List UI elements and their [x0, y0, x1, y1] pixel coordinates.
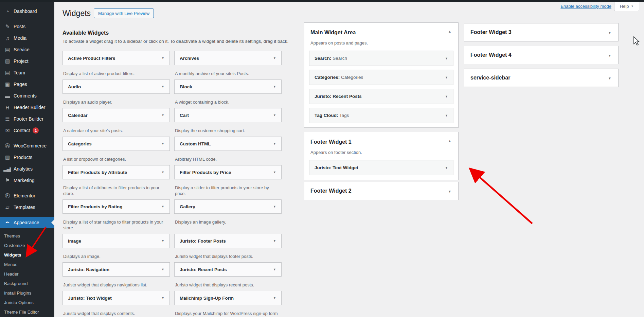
sidebar-panel-main-widget-area: Main Widget Area ▲ Appears on posts and … [304, 22, 459, 128]
sidebar-widget-row[interactable]: Juristo: Text Widget ▼ [309, 160, 453, 175]
sidebar-item-appearance[interactable]: ✒ Appearance [0, 217, 54, 228]
widget-title: Archives [180, 56, 199, 61]
sidebar-item-header-builder[interactable]: H Header Builder [0, 102, 54, 113]
notification-badge: 1 [33, 127, 39, 134]
sidebar-item-header[interactable]: Header [0, 269, 54, 279]
sidebar-item-themes[interactable]: Themes [0, 231, 54, 241]
widget-description: Arbitrary HTML code. [175, 156, 281, 162]
sidebar-item-install-plugins[interactable]: Install Plugins [0, 288, 54, 298]
sidebar-item-analytics[interactable]: ▂▄▆ Analytics [0, 163, 54, 175]
widget-description: A list or dropdown of categories. [63, 156, 169, 162]
sidebar-item-elementor[interactable]: Ⓔ Elementor [0, 190, 54, 201]
panel-title: Footer Widget 1 [310, 139, 452, 145]
chevron-down-icon: ▼ [273, 239, 276, 243]
panel-description: Appears on footer section. [310, 150, 452, 155]
widget-description: Displays an image gallery. [175, 219, 281, 225]
sidebar-item-footer-builder[interactable]: ☰ Footer Builder [0, 113, 54, 125]
sidebar-item-products[interactable]: ▥ Products [0, 152, 54, 163]
available-widget-card[interactable]: Archives ▼ [174, 51, 282, 65]
sidebar-item-templates[interactable]: ▱ Templates [0, 201, 54, 213]
chevron-down-icon: ▼ [273, 85, 276, 88]
chevron-down-icon: ▼ [161, 296, 164, 300]
available-widget-card[interactable]: Audio ▼ [62, 80, 170, 94]
available-widget-card[interactable]: Juristo: Text Widget ▼ [62, 291, 170, 305]
sidebar-item-widgets[interactable]: Widgets [0, 250, 54, 260]
chevron-down-icon[interactable]: ▼ [448, 190, 451, 193]
available-widget-card[interactable]: Filter Products by Attribute ▼ [62, 165, 170, 179]
sidebar-item-posts[interactable]: ✎ Posts [0, 21, 54, 32]
sidebar-item-team[interactable]: ▤ Team [0, 67, 54, 78]
available-widget-card[interactable]: Block ▼ [174, 80, 282, 94]
chevron-down-icon: ▼ [273, 296, 276, 300]
available-widget-cell: Active Product Filters ▼ Display a list … [62, 51, 170, 80]
sidebar-item-background[interactable]: Background [0, 279, 54, 288]
available-widget-cell: Filter Products by Price ▼ Display a sli… [174, 165, 282, 199]
sidebar-item-customize[interactable]: Customize [0, 241, 54, 250]
panel-title: Footer Widget 3 [470, 23, 618, 41]
widget-title: Audio [68, 84, 81, 89]
sidebar-item-theme-file-editor[interactable]: Theme File Editor [0, 307, 54, 317]
available-widget-card[interactable]: Juristo: Footer Posts ▼ [174, 234, 282, 248]
sidebar-item-woocommerce[interactable]: Ⓦ WooCommerce [0, 140, 54, 152]
sidebar-item-pages[interactable]: ▣ Pages [0, 78, 54, 90]
sidebar-item-contact[interactable]: ✉ Contact 1 [0, 125, 54, 136]
available-widget-card[interactable]: Active Product Filters ▼ [62, 51, 170, 65]
chevron-down-icon[interactable]: ▼ [608, 54, 611, 57]
comments-icon: ▬ [3, 93, 11, 99]
enable-accessibility-link[interactable]: Enable accessibility mode [560, 4, 611, 9]
available-widget-card[interactable]: Juristo: Navigation ▼ [62, 262, 170, 277]
widget-title: Juristo: Footer Posts [180, 239, 226, 244]
sidebar-panel-footer-widget-2[interactable]: Footer Widget 2 ▼ [304, 182, 459, 200]
sidebar-item-project[interactable]: ▤ Project [0, 55, 54, 67]
available-widget-card[interactable]: Image ▼ [62, 234, 170, 248]
appearance-submenu: ThemesCustomizeWidgetsMenusHeaderBackgro… [0, 228, 54, 317]
sidebar-panel-service-sidebar[interactable]: service-sidebar ▼ [464, 69, 619, 87]
available-widget-card[interactable]: Mailchimp Sign-Up Form ▼ [174, 291, 282, 305]
available-widget-card[interactable]: Categories ▼ [62, 137, 170, 151]
widget-description: Juristo widget that displays recent post… [175, 282, 281, 288]
sidebar-item-comments[interactable]: ▬ Comments [0, 90, 54, 102]
available-widget-card[interactable]: Filter Products by Price ▼ [174, 165, 282, 179]
chevron-down-icon[interactable]: ▼ [608, 76, 611, 80]
sidebar-panel-footer-widget-4[interactable]: Footer Widget 4 ▼ [464, 46, 619, 64]
woocommerce-icon: Ⓦ [3, 143, 11, 149]
widget-title: Image [68, 239, 81, 244]
available-widget-card[interactable]: Calendar ▼ [62, 108, 170, 122]
widget-description: Juristo widget that displays footer post… [175, 253, 281, 259]
available-widget-card[interactable]: Cart ▼ [174, 108, 282, 122]
sidebar-item-dashboard[interactable]: ◔ Dashboard [0, 5, 54, 17]
collapse-up-icon[interactable]: ▲ [448, 30, 451, 33]
sidebar-panel-footer-widget-3[interactable]: Footer Widget 3 ▼ [464, 23, 619, 41]
collapse-up-icon[interactable]: ▲ [448, 139, 451, 143]
available-widget-card[interactable]: Custom HTML ▼ [174, 137, 282, 151]
panel-widget-list: Juristo: Text Widget ▼ [309, 160, 453, 175]
chevron-down-icon[interactable]: ▼ [608, 31, 611, 35]
sidebar-widget-row[interactable]: Juristo: Recent Posts ▼ [309, 89, 453, 104]
sidebar-widget-row[interactable]: Categories: Categories ▼ [309, 70, 453, 85]
available-widget-card[interactable]: Gallery ▼ [174, 199, 282, 214]
sidebar-item-marketing[interactable]: ⚑ Marketing [0, 175, 54, 186]
available-widget-card[interactable]: Juristo: Recent Posts ▼ [174, 262, 282, 277]
chevron-down-icon: ▼ [273, 142, 276, 145]
chevron-down-icon: ▼ [161, 56, 164, 60]
widget-title: Calendar [68, 113, 88, 118]
available-widget-card[interactable]: Filter Products by Rating ▼ [62, 199, 170, 214]
sidebar-item-juristo-options[interactable]: Juristo Options [0, 298, 54, 307]
help-button[interactable]: Help ▼ [614, 2, 639, 11]
sidebar-widget-row[interactable]: Tag Cloud: Tags ▼ [309, 108, 453, 123]
available-widget-cell: Calendar ▼ A calendar of your site's pos… [62, 108, 170, 137]
sidebar-item-menus[interactable]: Menus [0, 260, 54, 269]
service-icon: ▤ [3, 47, 11, 53]
chevron-down-icon: ▼ [273, 56, 276, 60]
mouse-cursor [634, 37, 639, 45]
widget-title: Mailchimp Sign-Up Form [180, 296, 234, 301]
chevron-down-icon: ▼ [161, 239, 164, 243]
available-widget-cell: Juristo: Text Widget ▼ Juristo widget th… [62, 291, 170, 317]
sidebar-widget-row[interactable]: Search: Search ▼ [309, 51, 453, 66]
manage-live-preview-button[interactable]: Manage with Live Preview [94, 8, 154, 18]
chevron-down-icon: ▼ [161, 142, 164, 145]
sidebar-item-media[interactable]: ♫ Media [0, 32, 54, 44]
sidebar-item-service[interactable]: ▤ Service [0, 44, 54, 55]
help-label: Help [620, 4, 629, 9]
annotation-arrow [472, 171, 532, 224]
